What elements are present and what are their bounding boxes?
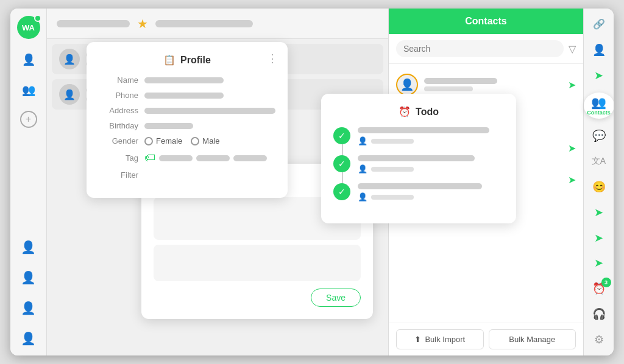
send-icon-2[interactable]: ➤ <box>589 204 609 221</box>
settings-icon[interactable]: ⚙ <box>589 331 609 348</box>
todo-sub-line-2 <box>371 167 414 172</box>
tag-label: Tag <box>99 153 138 163</box>
name-label: Name <box>99 75 138 85</box>
send-icon-4[interactable]: ➤ <box>568 174 576 186</box>
wa-logo[interactable]: WA <box>17 16 40 39</box>
contact-avatar-1: 👤 <box>396 74 418 96</box>
memo-footer: Save <box>154 289 361 307</box>
send-icon-right[interactable]: ➤ <box>589 67 609 84</box>
todo-sub-line-3 <box>371 195 414 200</box>
filter-icon[interactable]: ▽ <box>569 43 576 55</box>
search-input-wrapper[interactable] <box>396 40 564 57</box>
gender-female[interactable]: Female <box>144 136 182 145</box>
search-input[interactable] <box>403 44 556 54</box>
send-icon-4[interactable]: ➤ <box>589 255 609 272</box>
send-icon-1[interactable]: ➤ <box>568 79 576 91</box>
logo-text: WA <box>22 23 35 32</box>
name-row: Name <box>99 75 275 85</box>
person-add-icon[interactable]: 👤 <box>589 41 609 58</box>
phone-label: Phone <box>99 91 138 100</box>
gender-male-label: Male <box>202 136 219 145</box>
contacts-footer: ⬆ Bulk Import Bulk Manage <box>389 323 583 355</box>
right-sidebar: 🔗 👤 ➤ 👥 Contacts 💬 文A 😊 ➤ ➤ ➤ ⏰ 3 🎧 ⚙ <box>583 9 614 355</box>
topbar-placeholder-2 <box>155 20 253 27</box>
bulk-import-label: Bulk Import <box>425 335 465 344</box>
phone-row: Phone <box>99 91 275 100</box>
bulk-manage-button[interactable]: Bulk Manage <box>489 329 576 349</box>
chat-icon[interactable]: 💬 <box>589 127 609 144</box>
main-content: ★ 👤 👤 📋 Pro <box>47 9 388 355</box>
add-button[interactable]: + <box>20 111 37 128</box>
profile-title-text: Profile <box>180 55 211 66</box>
todo-sub-row-2: 👤 <box>358 164 504 173</box>
todo-card: ⏰ Todo ✓ 👤 ✓ 👤 <box>321 94 516 223</box>
gender-options: Female Male <box>144 136 220 145</box>
support-icon[interactable]: 😊 <box>589 178 609 195</box>
todo-title: ⏰ Todo <box>333 106 504 117</box>
check-icon-3: ✓ <box>333 183 350 200</box>
top-bar: ★ <box>47 9 388 39</box>
todo-clock-icon: ⏰ <box>399 106 411 117</box>
sidebar-icon-user3[interactable]: 👤 <box>19 268 38 287</box>
chat-avatar: 👤 <box>59 49 80 69</box>
share-icon[interactable]: 🔗 <box>589 16 609 33</box>
contacts-active-button[interactable]: 👥 Contacts <box>584 93 614 119</box>
todo-content-3: 👤 <box>358 183 504 201</box>
send-icon-3[interactable]: ➤ <box>568 142 576 154</box>
sidebar-icon-user2[interactable]: 👤 <box>19 237 38 257</box>
todo-sub-row-1: 👤 <box>358 136 504 145</box>
check-icon-1: ✓ <box>333 127 350 144</box>
birthday-value <box>144 123 193 129</box>
todo-icon[interactable]: ⏰ 3 <box>589 280 609 297</box>
bulk-manage-label: Bulk Manage <box>509 335 555 344</box>
gender-male[interactable]: Male <box>191 136 219 145</box>
sidebar-icon-user4[interactable]: 👤 <box>19 298 38 318</box>
todo-line-3 <box>358 183 482 189</box>
headset-icon[interactable]: 🎧 <box>589 306 609 323</box>
sidebar-icon-people[interactable]: 👥 <box>19 80 38 100</box>
send-icon-3[interactable]: ➤ <box>589 229 609 247</box>
todo-badge: 3 <box>601 278 611 287</box>
save-button[interactable]: Save <box>311 289 361 307</box>
todo-line-1 <box>358 127 489 133</box>
upload-icon: ⬆ <box>414 335 421 344</box>
todo-sub-row-3: 👤 <box>358 192 504 201</box>
todo-line-2 <box>358 155 475 161</box>
left-sidebar: WA 👤 👥 + 👤 👤 👤 👤 <box>10 9 47 355</box>
tag-add-icon[interactable]: 🏷 <box>144 152 155 164</box>
todo-item-2[interactable]: ✓ 👤 <box>333 155 504 173</box>
todo-title-text: Todo <box>416 107 439 117</box>
contacts-search-bar: ▽ <box>389 34 583 64</box>
sidebar-icon-person[interactable]: 👤 <box>19 50 38 69</box>
chat-avatar: 👤 <box>59 84 80 105</box>
address-label: Address <box>99 106 138 115</box>
address-row: Address <box>99 106 275 115</box>
contacts-button-label: Contacts <box>587 110 611 116</box>
gender-label: Gender <box>99 136 138 145</box>
profile-menu-icon[interactable]: ⋮ <box>267 52 278 65</box>
star-icon: ★ <box>137 16 148 31</box>
tag-bar-1 <box>159 155 193 161</box>
todo-item-1[interactable]: ✓ 👤 <box>333 127 504 145</box>
address-value <box>144 108 275 114</box>
sidebar-icon-user5[interactable]: 👤 <box>19 329 38 348</box>
tag-bar-2 <box>196 155 230 161</box>
translate-icon[interactable]: 文A <box>589 153 609 170</box>
radio-female[interactable] <box>144 137 153 145</box>
tag-bar-3 <box>233 155 267 161</box>
todo-content-2: 👤 <box>358 155 504 173</box>
check-icon-2: ✓ <box>333 155 350 172</box>
memo-textarea-2[interactable] <box>154 245 361 281</box>
name-value <box>144 77 224 83</box>
tag-content: 🏷 <box>144 152 267 164</box>
bulk-import-button[interactable]: ⬆ Bulk Import <box>396 329 484 349</box>
radio-male[interactable] <box>191 137 199 145</box>
profile-title: 📋 Profile <box>99 54 275 66</box>
contact-info-1 <box>424 78 562 91</box>
topbar-placeholder-1 <box>57 20 130 27</box>
filter-label: Filter <box>99 170 138 180</box>
todo-item-3[interactable]: ✓ 👤 <box>333 183 504 201</box>
contact-name-bar-1 <box>424 78 497 84</box>
birthday-label: Birthday <box>99 121 138 130</box>
gender-row: Gender Female Male <box>99 136 275 145</box>
